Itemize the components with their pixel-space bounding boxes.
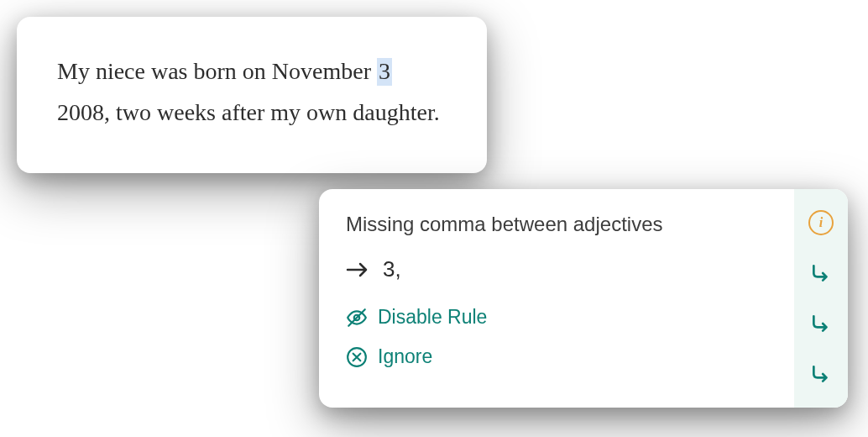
next-suggestion-button-2[interactable]	[808, 310, 834, 337]
correction-suggestion[interactable]: 3,	[346, 256, 767, 282]
info-button[interactable]: i	[808, 209, 834, 236]
correction-text: 3,	[383, 256, 401, 282]
arrow-right-icon	[346, 261, 369, 278]
text-before-error: My niece was born on November	[57, 58, 377, 84]
rule-title: Missing comma between adjectives	[346, 213, 767, 236]
next-suggestion-button-1[interactable]	[808, 260, 834, 287]
disable-rule-label: Disable Rule	[378, 306, 487, 329]
disable-rule-button[interactable]: Disable Rule	[346, 306, 767, 329]
suggestion-popup: Missing comma between adjectives 3, Disa…	[319, 189, 848, 408]
text-editor-card: My niece was born on November 3 2008, tw…	[17, 17, 487, 173]
ignore-button[interactable]: Ignore	[346, 345, 767, 368]
info-icon: i	[808, 210, 834, 235]
close-circle-icon	[346, 346, 368, 368]
error-highlight[interactable]: 3	[377, 58, 392, 86]
eye-off-icon	[346, 307, 368, 329]
suggestion-main-panel: Missing comma between adjectives 3, Disa…	[319, 189, 794, 408]
ignore-label: Ignore	[378, 345, 432, 368]
suggestion-sidebar: i	[794, 189, 848, 408]
next-suggestion-button-3[interactable]	[808, 361, 834, 387]
text-after-error: 2008, two weeks after my own daughter.	[57, 99, 440, 125]
